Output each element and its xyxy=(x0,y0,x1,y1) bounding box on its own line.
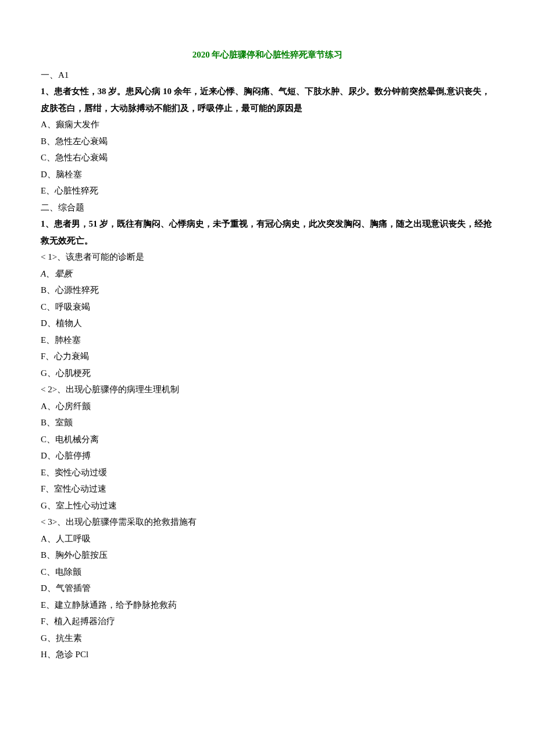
s2-q1-sub3-c: C、电除颤 xyxy=(41,564,494,581)
s2-q1-sub3-prompt: < 3>、出现心脏骤停需采取的抢救措施有 xyxy=(41,514,494,531)
page-title: 2020 年心脏骤停和心脏性猝死章节练习 xyxy=(41,46,494,63)
section-1-header: 一、A1 xyxy=(41,67,494,84)
s2-q1-sub1-b: B、心源性猝死 xyxy=(41,282,494,299)
s2-q1-sub1-f: F、心力衰竭 xyxy=(41,348,494,365)
s2-q1-sub2-a: A、心房纤颤 xyxy=(41,398,494,415)
s2-q1-sub2-prompt: < 2>、出现心脏骤停的病理生理机制 xyxy=(41,381,494,398)
q1-opt-c: C、急性右心衰竭 xyxy=(41,149,494,166)
s2-q1-sub3-d: D、气管插管 xyxy=(41,580,494,597)
s2-q1-sub1-e: E、肺栓塞 xyxy=(41,332,494,349)
s2-q1-sub3-a: A、人工呼吸 xyxy=(41,531,494,547)
s2-q1-sub1-d: D、植物人 xyxy=(41,315,494,332)
s2-q1-stem: 1、患者男，51 岁，既往有胸闷、心悸病史，未予重视，有冠心病史，此次突发胸闷、… xyxy=(41,216,494,249)
s2-q1-sub3-b: B、胸外心脏按压 xyxy=(41,547,494,564)
s2-q1-sub2-c: C、电机械分离 xyxy=(41,431,494,448)
q1-opt-b: B、急性左心衰竭 xyxy=(41,133,494,150)
section-2-header: 二、综合题 xyxy=(41,199,494,216)
s2-q1-sub1-c: C、呼吸衰竭 xyxy=(41,299,494,316)
s2-q1-sub2-b: B、室颤 xyxy=(41,414,494,431)
s2-q1-sub1-prompt: < 1>、该患者可能的诊断是 xyxy=(41,249,494,266)
s2-q1-sub2-d: D、心脏停搏 xyxy=(41,447,494,464)
s2-q1-sub1-a: A、晕厥 xyxy=(41,266,494,282)
q1-stem: 1、患者女性，38 岁。患风心病 10 余年，近来心悸、胸闷痛、气短、下肢水肿、… xyxy=(41,83,494,116)
q1-opt-a: A、癫痫大发作 xyxy=(41,116,494,133)
s2-q1-sub2-e: E、窦性心动过缓 xyxy=(41,464,494,481)
s2-q1-sub1-g: G、心肌梗死 xyxy=(41,365,494,382)
q1-opt-d: D、脑栓塞 xyxy=(41,166,494,183)
q1-opt-e: E、心脏性猝死 xyxy=(41,182,494,199)
s2-q1-sub2-f: F、室性心动过速 xyxy=(41,481,494,497)
s2-q1-sub2-g: G、室上性心动过速 xyxy=(41,497,494,514)
s2-q1-sub3-h: H、急诊 PCl xyxy=(41,646,494,663)
s2-q1-sub3-g: G、抗生素 xyxy=(41,630,494,647)
s2-q1-sub3-e: E、建立静脉通路，给予静脉抢救药 xyxy=(41,597,494,614)
s2-q1-sub3-f: F、植入起搏器治疗 xyxy=(41,613,494,630)
